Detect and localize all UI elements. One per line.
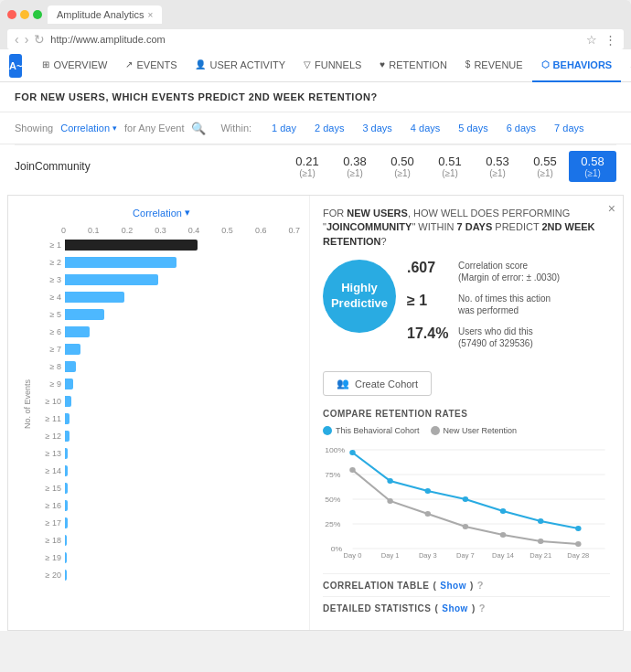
browser-tab[interactable]: Amplitude Analytics ×: [48, 5, 162, 24]
bar-4: [65, 309, 104, 320]
nav-label-funnels: FUNNELS: [315, 59, 361, 70]
detailed-stats-show[interactable]: Show: [442, 603, 468, 613]
nav-item-overview[interactable]: ⊞ OVERVIEW: [33, 49, 116, 82]
bar-3: [65, 292, 124, 303]
bar-14: [65, 483, 68, 494]
bar-row: ≥ 7: [36, 341, 300, 357]
day-cell-5[interactable]: 0.53(≥1): [474, 151, 521, 182]
svg-text:Day 1: Day 1: [381, 551, 400, 560]
search-icon[interactable]: 🔍: [191, 122, 206, 135]
minimize-light[interactable]: [20, 10, 29, 19]
nav-item-funnels[interactable]: ▽ FUNNELS: [294, 49, 370, 82]
chart-title[interactable]: Correlation ▾: [23, 207, 300, 219]
day-tab-1[interactable]: 1 day: [262, 120, 305, 136]
forward-button[interactable]: ›: [25, 32, 29, 47]
times-desc: No. of times this actionwas performed: [458, 293, 551, 316]
bar-6: [65, 344, 80, 355]
retention-chart: 100% 75% 50% 25% 0% Day 0 Day 1 Day 3 Da…: [323, 441, 610, 560]
maximize-light[interactable]: [33, 10, 42, 19]
badge-line1: Highly: [341, 281, 378, 296]
bookmark-icon[interactable]: ☆: [586, 33, 597, 47]
bar-8: [65, 379, 73, 389]
nav-label-user-activity: USER ACTIVITY: [209, 59, 285, 70]
funnels-icon: ▽: [304, 59, 311, 69]
app-logo: A~: [9, 54, 22, 78]
page-header: FOR NEW USERS, WHICH EVENTS PREDICT 2ND …: [0, 82, 631, 112]
metric-dropdown[interactable]: Correlation ▾: [60, 123, 117, 133]
svg-point-17: [349, 450, 355, 455]
times-value: ≥ 1: [407, 293, 453, 309]
nav-item-retention[interactable]: ♥ RETENTION: [370, 49, 456, 82]
nav-item-events[interactable]: ↗ EVENTS: [116, 49, 186, 82]
bar-row: ≥ 4: [36, 289, 300, 305]
y-label-19: ≥ 20: [36, 565, 61, 585]
nav-items: ⊞ OVERVIEW ↗ EVENTS 👤 USER ACTIVITY ▽ FU…: [33, 49, 631, 82]
nav-label-retention: RETENTION: [389, 59, 447, 70]
close-paren: ): [470, 581, 474, 591]
bar-1: [65, 257, 176, 268]
day-tab-2[interactable]: 2 days: [305, 120, 353, 136]
behaviors-icon: ⬡: [541, 59, 550, 69]
bar-row: ≥ 2: [36, 254, 300, 271]
bar-row: ≥ 9: [36, 376, 300, 392]
cohort-legend-dot: [323, 426, 332, 435]
correlation-help-icon[interactable]: ?: [477, 580, 484, 591]
nav-item-sql[interactable]: SQL: [621, 49, 631, 82]
refresh-button[interactable]: ↻: [34, 32, 45, 47]
new-user-legend-dot: [431, 426, 440, 435]
bar-row: ≥ 12: [36, 428, 300, 444]
back-button[interactable]: ‹: [15, 32, 19, 47]
traffic-lights: [7, 10, 42, 19]
correlation-table-show[interactable]: Show: [440, 581, 466, 591]
detail-question: FOR NEW USERS, HOW WELL DOES PERFORMING …: [323, 207, 610, 249]
nav-item-revenue[interactable]: $ REVENUE: [456, 49, 532, 82]
close-icon[interactable]: ×: [608, 201, 615, 216]
nav-item-user-activity[interactable]: 👤 USER ACTIVITY: [186, 49, 294, 82]
day-tab-4[interactable]: 4 days: [401, 120, 449, 136]
bar-row: ≥ 11: [36, 411, 300, 427]
bar-row: ≥ 20: [36, 567, 300, 583]
day-cell-1[interactable]: 0.21(≥1): [283, 151, 331, 182]
bar-row: ≥ 16: [36, 497, 300, 514]
chart-title-label: Correlation: [133, 208, 182, 219]
filter-bar: Showing Correlation ▾ for Any Event 🔍 Wi…: [0, 112, 631, 144]
day-tab-3[interactable]: 3 days: [353, 120, 401, 136]
chart-dropdown-icon: ▾: [185, 207, 190, 219]
bar-5: [65, 326, 90, 337]
day-cell-3[interactable]: 0.50(≥1): [379, 151, 426, 182]
day-tab-6[interactable]: 6 days: [497, 120, 545, 136]
detailed-stats-label: DETAILED STATISTICS: [323, 603, 431, 613]
nav-label-revenue: REVENUE: [474, 59, 522, 70]
nav-item-behaviors[interactable]: ⬡ BEHAVIORS: [532, 49, 622, 82]
day-cell-4[interactable]: 0.51(≥1): [426, 151, 474, 182]
svg-point-22: [538, 518, 543, 524]
stat-correlation: .607 Correlation score (Margin of error:…: [407, 260, 610, 283]
day-cell-6[interactable]: 0.55(≥1): [521, 151, 569, 182]
day-cell-7[interactable]: 0.58(≥1): [569, 151, 616, 182]
svg-point-29: [538, 539, 543, 544]
nav-label-events: EVENTS: [136, 59, 176, 70]
overview-icon: ⊞: [42, 59, 49, 69]
tab-close-icon[interactable]: ×: [147, 10, 153, 20]
day-tab-7[interactable]: 7 days: [545, 120, 593, 136]
for-any-event-label: for Any Event: [124, 123, 184, 133]
day-tab-5[interactable]: 5 days: [449, 120, 497, 136]
bar-17: [65, 535, 67, 546]
detail-info: FOR NEW USERS, HOW WELL DOES PERFORMING …: [310, 196, 623, 630]
settings-icon[interactable]: ⋮: [604, 33, 616, 47]
detail-panel: × Correlation ▾ No. of Events 0 0.1 0.2 …: [7, 195, 624, 631]
detailed-stats-title: DETAILED STATISTICS (Show) ?: [323, 603, 610, 613]
address-bar[interactable]: http://www.amplitude.com: [50, 34, 581, 45]
svg-text:Day 28: Day 28: [567, 551, 589, 560]
users-value: 17.4%: [407, 325, 453, 342]
browser-chrome: Amplitude Analytics × ‹ › ↻ http://www.a…: [0, 0, 631, 49]
create-cohort-button[interactable]: 👥 Create Cohort: [323, 371, 432, 396]
badge-line2: Predictive: [331, 296, 388, 312]
day-cell-2[interactable]: 0.38(≥1): [331, 151, 379, 182]
detailed-stats-help-icon[interactable]: ?: [479, 603, 486, 613]
stat-users: 17.4% Users who did this (57490 of 32953…: [407, 325, 610, 349]
event-name: JoinCommunity: [15, 160, 283, 173]
svg-point-27: [463, 524, 468, 529]
bar-18: [65, 552, 67, 563]
close-light[interactable]: [7, 10, 16, 19]
